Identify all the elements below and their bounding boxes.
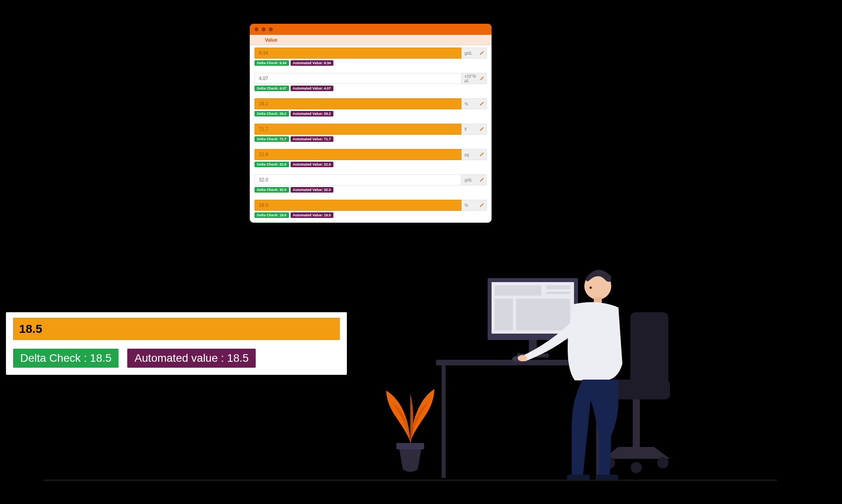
row-tags: Delta Check: 18.5Automated Value: 18.5 <box>255 212 487 218</box>
unit-label: g/dL <box>465 178 472 182</box>
svg-rect-16 <box>633 399 640 447</box>
row-tags: Delta Check: 29.2Automated Value: 29.2 <box>255 111 487 116</box>
unit-label: x10^6/µL <box>465 74 480 83</box>
edit-icon[interactable] <box>479 178 484 182</box>
value-row: 9.34g/dL <box>255 48 487 59</box>
unit-cell: fl <box>461 124 487 135</box>
edit-icon[interactable] <box>479 152 484 157</box>
result-row: 29.2%Delta Check: 29.2Automated Value: 2… <box>255 98 487 116</box>
automated-value-badge: Automated Value: 4.07 <box>291 86 333 91</box>
edit-icon[interactable] <box>479 51 484 55</box>
value-input[interactable]: 18.5 <box>255 200 461 211</box>
svg-point-17 <box>604 457 615 468</box>
unit-cell: % <box>461 98 487 109</box>
zoomed-row-callout: 18.5 Delta Check : 18.5 Automated value … <box>6 312 347 375</box>
svg-rect-24 <box>567 475 590 480</box>
workstation-illustration <box>432 261 686 483</box>
svg-rect-11 <box>529 340 537 353</box>
svg-point-23 <box>518 355 527 361</box>
svg-rect-1 <box>436 360 607 365</box>
row-tags: Delta Check: 32.0Automated Value: 32.0 <box>255 187 487 193</box>
callout-delta-check-badge: Delta Check : 18.5 <box>13 349 119 368</box>
window-control-zoom-icon[interactable] <box>269 27 273 31</box>
svg-point-19 <box>631 462 642 473</box>
result-row: 9.34g/dLDelta Check: 9.34Automated Value… <box>255 48 487 66</box>
unit-cell: x10^6/µL <box>461 73 487 84</box>
unit-label: % <box>465 203 468 208</box>
result-row: 71.7flDelta Check: 71.7Automated Value: … <box>255 124 487 142</box>
result-row: 22.9pgDelta Check: 22.9Automated Value: … <box>255 149 487 167</box>
potted-plant-icon <box>377 375 444 481</box>
window-titlebar <box>250 24 492 35</box>
callout-value-cell[interactable]: 18.5 <box>13 318 340 340</box>
delta-check-badge: Delta Check: 29.2 <box>255 111 289 116</box>
value-row: 32.0g/dL <box>255 174 487 185</box>
svg-rect-12 <box>517 353 549 357</box>
edit-icon[interactable] <box>479 203 484 208</box>
unit-cell: % <box>461 200 487 211</box>
unit-label: fl <box>465 127 467 132</box>
value-row: 29.2% <box>255 98 487 109</box>
svg-rect-3 <box>596 365 600 478</box>
svg-rect-6 <box>495 285 542 296</box>
automated-value-badge: Automated Value: 22.9 <box>291 162 333 167</box>
value-row: 4.07x10^6/µL <box>255 73 487 84</box>
floor-line <box>44 480 777 482</box>
callout-delta-value: 18.5 <box>90 352 112 364</box>
row-tags: Delta Check: 9.34Automated Value: 9.34 <box>255 60 487 66</box>
row-tags: Delta Check: 71.7Automated Value: 71.7 <box>255 136 487 142</box>
automated-value-badge: Automated Value: 29.2 <box>291 111 333 116</box>
window-control-close-icon[interactable] <box>255 27 258 31</box>
callout-automated-value-badge: Automated value : 18.5 <box>127 349 256 368</box>
result-row: 4.07x10^6/µLDelta Check: 4.07Automated V… <box>255 73 487 91</box>
svg-rect-4 <box>488 278 578 340</box>
svg-rect-5 <box>492 282 574 334</box>
result-row: 18.5%Delta Check: 18.5Automated Value: 1… <box>255 200 487 218</box>
delta-check-badge: Delta Check: 9.34 <box>255 60 289 66</box>
unit-label: g/dL <box>465 51 472 55</box>
row-tags: Delta Check: 22.9Automated Value: 22.9 <box>255 162 487 167</box>
svg-rect-2 <box>442 365 446 478</box>
delta-check-badge: Delta Check: 22.9 <box>255 162 289 167</box>
automated-value-badge: Automated Value: 32.0 <box>291 187 333 193</box>
svg-point-13 <box>512 356 525 362</box>
edit-icon[interactable] <box>479 127 484 132</box>
value-input[interactable]: 71.7 <box>255 124 461 135</box>
value-row: 22.9pg <box>255 149 487 160</box>
row-tags: Delta Check: 4.07Automated Value: 4.07 <box>255 86 487 91</box>
unit-cell: g/dL <box>461 174 487 185</box>
value-input[interactable]: 29.2 <box>255 98 461 109</box>
callout-tags: Delta Check : 18.5 Automated value : 18.… <box>13 349 340 368</box>
window-control-minimize-icon[interactable] <box>262 27 266 31</box>
results-window: Value 9.34g/dLDelta Check: 9.34Automated… <box>250 24 492 223</box>
value-input[interactable]: 32.0 <box>255 174 461 185</box>
delta-check-badge: Delta Check: 4.07 <box>255 86 289 91</box>
value-row: 71.7fl <box>255 124 487 135</box>
svg-rect-10 <box>516 299 570 330</box>
callout-delta-prefix: Delta Check : <box>20 352 90 364</box>
svg-point-20 <box>584 273 611 300</box>
svg-rect-7 <box>546 285 570 289</box>
edit-icon[interactable] <box>480 76 484 81</box>
automated-value-badge: Automated Value: 71.7 <box>291 136 333 142</box>
column-header-label: Value <box>265 37 277 43</box>
automated-value-badge: Automated Value: 9.34 <box>291 60 333 66</box>
svg-point-21 <box>589 286 592 289</box>
edit-icon[interactable] <box>479 101 484 106</box>
delta-check-badge: Delta Check: 32.0 <box>255 187 289 193</box>
automated-value-badge: Automated Value: 18.5 <box>291 212 333 218</box>
unit-cell: g/dL <box>461 48 487 59</box>
value-input[interactable]: 9.34 <box>255 48 461 59</box>
column-header: Value <box>250 35 492 45</box>
svg-rect-9 <box>495 299 513 330</box>
value-input[interactable]: 22.9 <box>255 149 461 160</box>
delta-check-badge: Delta Check: 71.7 <box>255 136 289 142</box>
value-input[interactable]: 4.07 <box>255 73 461 84</box>
result-row: 32.0g/dLDelta Check: 32.0Automated Value… <box>255 174 487 193</box>
value-row: 18.5% <box>255 200 487 211</box>
unit-label: pg <box>465 153 469 157</box>
svg-rect-0 <box>396 443 424 449</box>
svg-point-18 <box>657 457 668 468</box>
rows-container: 9.34g/dLDelta Check: 9.34Automated Value… <box>250 45 492 223</box>
svg-rect-15 <box>603 380 670 399</box>
